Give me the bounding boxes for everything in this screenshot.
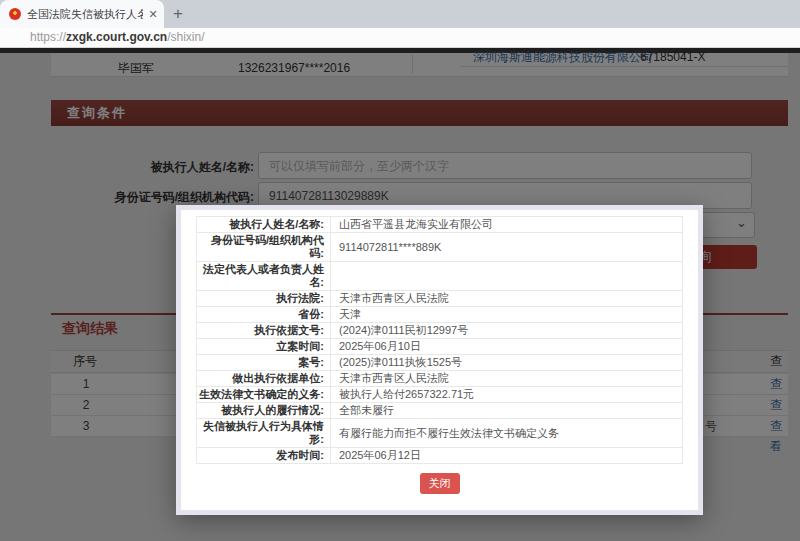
detail-label: 立案时间: <box>197 339 331 355</box>
url-text: https://zxgk.court.gov.cn/shixin/ <box>30 28 205 48</box>
close-modal-button[interactable]: 关闭 <box>420 473 460 494</box>
detail-value: 有履行能力而拒不履行生效法律文书确定义务 <box>331 419 683 448</box>
detail-value: 全部未履行 <box>331 403 683 419</box>
detail-label: 执行法院: <box>197 291 331 307</box>
detail-label: 做出执行依据单位: <box>197 371 331 387</box>
detail-value: 2025年06月10日 <box>331 339 683 355</box>
address-bar[interactable]: https://zxgk.court.gov.cn/shixin/ <box>0 28 800 48</box>
close-tab-icon[interactable]: ✕ <box>144 0 162 28</box>
detail-label: 执行依据文号: <box>197 323 331 339</box>
detail-label: 身份证号码/组织机构代码: <box>197 233 331 262</box>
detail-value: (2024)津0111民初12997号 <box>331 323 683 339</box>
detail-label: 被执行人的履行情况: <box>197 403 331 419</box>
detail-label: 法定代表人或者负责人姓名: <box>197 262 331 291</box>
detail-label: 生效法律文书确定的义务: <box>197 387 331 403</box>
detail-value <box>331 262 683 291</box>
detail-table: 被执行人姓名/名称:山西省平遥县龙海实业有限公司 身份证号码/组织机构代码:91… <box>196 216 683 464</box>
detail-value: 9114072811****889K <box>331 233 683 262</box>
detail-value: 山西省平遥县龙海实业有限公司 <box>331 217 683 233</box>
browser-tab[interactable]: 全国法院失信被执行人名单信息公 ✕ <box>0 0 164 28</box>
detail-value: 天津 <box>331 307 683 323</box>
detail-modal: 被执行人姓名/名称:山西省平遥县龙海实业有限公司 身份证号码/组织机构代码:91… <box>176 205 703 515</box>
detail-label: 失信被执行人行为具体情形: <box>197 419 331 448</box>
detail-value: 天津市西青区人民法院 <box>331 371 683 387</box>
detail-value: 天津市西青区人民法院 <box>331 291 683 307</box>
detail-value: 被执行人给付2657322.71元 <box>331 387 683 403</box>
detail-value: (2025)津0111执恢1525号 <box>331 355 683 371</box>
new-tab-icon[interactable]: + <box>168 0 188 28</box>
tab-title: 全国法院失信被执行人名单信息公 <box>27 0 143 28</box>
detail-label: 省份: <box>197 307 331 323</box>
detail-label: 发布时间: <box>197 448 331 464</box>
detail-label: 被执行人姓名/名称: <box>197 217 331 233</box>
site-favicon-icon <box>9 8 21 20</box>
detail-label: 案号: <box>197 355 331 371</box>
app-window: 全国法院失信被执行人名单信息公 ✕ + https://zxgk.court.g… <box>0 0 800 541</box>
browser-tab-bar: 全国法院失信被执行人名单信息公 ✕ + <box>0 0 800 28</box>
detail-value: 2025年06月12日 <box>331 448 683 464</box>
